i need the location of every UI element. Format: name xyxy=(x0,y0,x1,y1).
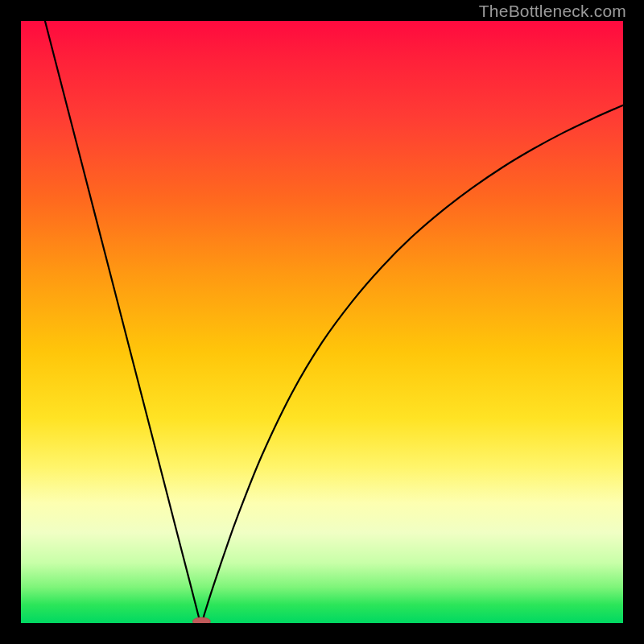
plot-area xyxy=(21,21,623,623)
bottleneck-curve xyxy=(45,21,623,623)
chart-frame: TheBottleneck.com xyxy=(0,0,644,644)
curve-svg xyxy=(21,21,623,623)
watermark-text: TheBottleneck.com xyxy=(479,2,626,21)
minimum-marker xyxy=(192,617,210,623)
